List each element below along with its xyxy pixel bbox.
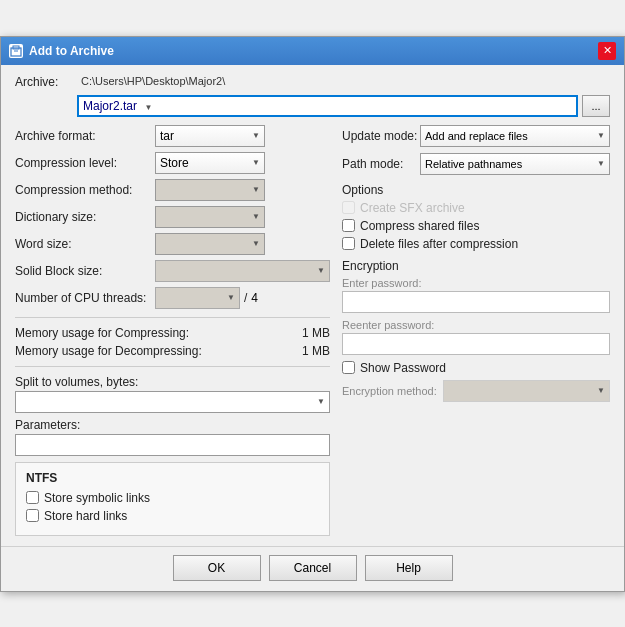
memory-compress-label: Memory usage for Compressing:: [15, 326, 290, 340]
params-label: Parameters:: [15, 418, 330, 432]
params-input[interactable]: [15, 434, 330, 456]
enter-password-input[interactable]: [342, 291, 610, 313]
path-mode-row: Path mode: Relative pathnames ▼: [342, 153, 610, 175]
divider-1: [15, 317, 330, 318]
cpu-threads-select[interactable]: ▼: [155, 287, 240, 309]
compression-level-label: Compression level:: [15, 156, 155, 170]
enc-method-select[interactable]: ▼: [443, 380, 610, 402]
main-content: Archive format: tar ▼ Compression level:…: [15, 125, 610, 536]
cancel-button[interactable]: Cancel: [269, 555, 357, 581]
solid-block-label: Solid Block size:: [15, 264, 155, 278]
dictionary-size-select[interactable]: ▼: [155, 206, 265, 228]
word-size-select[interactable]: ▼: [155, 233, 265, 255]
memory-compress-row: Memory usage for Compressing: 1 MB: [15, 326, 330, 340]
archive-filename-combo[interactable]: Major2.tar ▼: [77, 95, 578, 117]
memory-compress-value: 1 MB: [290, 326, 330, 340]
update-mode-select[interactable]: Add and replace files ▼: [420, 125, 610, 147]
encryption-method-row: Encryption method: ▼: [342, 380, 610, 402]
reenter-password-input[interactable]: [342, 333, 610, 355]
split-label: Split to volumes, bytes:: [15, 375, 330, 389]
path-mode-label: Path mode:: [342, 157, 420, 171]
store-symbolic-checkbox[interactable]: [26, 491, 39, 504]
store-symbolic-label: Store symbolic links: [44, 491, 150, 505]
solid-block-select[interactable]: ▼: [155, 260, 330, 282]
show-password-label: Show Password: [360, 361, 446, 375]
compression-method-row: Compression method: ▼: [15, 179, 330, 201]
options-section: Options Create SFX archive Compress shar…: [342, 183, 610, 251]
compress-shared-row: Compress shared files: [342, 219, 610, 233]
solid-block-row: Solid Block size: ▼: [15, 260, 330, 282]
store-hard-label: Store hard links: [44, 509, 127, 523]
archive-combo-arrow: ▼: [144, 103, 152, 112]
update-mode-arrow: ▼: [597, 131, 605, 140]
reenter-password-label: Reenter password:: [342, 319, 610, 331]
divider-2: [15, 366, 330, 367]
enc-method-arrow: ▼: [597, 386, 605, 395]
comp-level-arrow: ▼: [252, 158, 260, 167]
title-bar: Add to Archive ✕: [1, 37, 624, 65]
compression-method-select[interactable]: ▼: [155, 179, 265, 201]
format-arrow: ▼: [252, 131, 260, 140]
add-to-archive-dialog: Add to Archive ✕ Archive: C:\Users\HP\De…: [0, 36, 625, 592]
dialog-footer: OK Cancel Help: [1, 546, 624, 591]
compression-method-label: Compression method:: [15, 183, 155, 197]
options-title: Options: [342, 183, 610, 197]
update-mode-label: Update mode:: [342, 129, 420, 143]
archive-format-row: Archive format: tar ▼: [15, 125, 330, 147]
update-mode-row: Update mode: Add and replace files ▼: [342, 125, 610, 147]
memory-decompress-row: Memory usage for Decompressing: 1 MB: [15, 344, 330, 358]
params-section: Parameters:: [15, 418, 330, 456]
encryption-section: Encryption Enter password: Reenter passw…: [342, 259, 610, 402]
word-size-arrow: ▼: [252, 239, 260, 248]
dictionary-size-row: Dictionary size: ▼: [15, 206, 330, 228]
enter-password-label: Enter password:: [342, 277, 610, 289]
store-hard-checkbox[interactable]: [26, 509, 39, 522]
encryption-title: Encryption: [342, 259, 610, 273]
word-size-label: Word size:: [15, 237, 155, 251]
browse-button[interactable]: ...: [582, 95, 610, 117]
memory-decompress-value: 1 MB: [290, 344, 330, 358]
ntfs-title: NTFS: [26, 471, 319, 485]
dialog-title: Add to Archive: [29, 44, 114, 58]
dialog-icon: [9, 44, 23, 58]
path-mode-select[interactable]: Relative pathnames ▼: [420, 153, 610, 175]
help-button[interactable]: Help: [365, 555, 453, 581]
create-sfx-checkbox[interactable]: [342, 201, 355, 214]
solid-block-arrow: ▼: [317, 266, 325, 275]
cpu-arrow: ▼: [227, 293, 235, 302]
delete-after-row: Delete files after compression: [342, 237, 610, 251]
cpu-threads-row: Number of CPU threads: ▼ / 4: [15, 287, 330, 309]
archive-path-text: C:\Users\HP\Desktop\Major2\: [81, 75, 225, 87]
close-button[interactable]: ✕: [598, 42, 616, 60]
ok-button[interactable]: OK: [173, 555, 261, 581]
archive-input-row: Major2.tar ▼ ...: [77, 95, 610, 117]
cpu-slash: /: [244, 291, 247, 305]
delete-after-checkbox[interactable]: [342, 237, 355, 250]
compression-level-select[interactable]: Store ▼: [155, 152, 265, 174]
archive-label: Archive:: [15, 75, 73, 89]
word-size-row: Word size: ▼: [15, 233, 330, 255]
archive-format-label: Archive format:: [15, 129, 155, 143]
enc-method-label: Encryption method:: [342, 385, 437, 397]
store-symbolic-row: Store symbolic links: [26, 491, 319, 505]
archive-format-select[interactable]: tar ▼: [155, 125, 265, 147]
delete-after-label: Delete files after compression: [360, 237, 518, 251]
memory-decompress-label: Memory usage for Decompressing:: [15, 344, 290, 358]
create-sfx-label: Create SFX archive: [360, 201, 465, 215]
show-password-row: Show Password: [342, 361, 610, 375]
show-password-checkbox[interactable]: [342, 361, 355, 374]
split-combo[interactable]: ▼: [15, 391, 330, 413]
right-column: Update mode: Add and replace files ▼ Pat…: [342, 125, 610, 536]
compress-shared-label: Compress shared files: [360, 219, 479, 233]
ntfs-section: NTFS Store symbolic links Store hard lin…: [15, 462, 330, 536]
dict-size-arrow: ▼: [252, 212, 260, 221]
compress-shared-checkbox[interactable]: [342, 219, 355, 232]
cpu-max: 4: [251, 291, 258, 305]
split-volumes-row: Split to volumes, bytes: ▼: [15, 375, 330, 413]
dialog-body: Archive: C:\Users\HP\Desktop\Major2\ Maj…: [1, 65, 624, 546]
archive-path-row: Archive: C:\Users\HP\Desktop\Major2\: [15, 75, 610, 89]
compression-level-row: Compression level: Store ▼: [15, 152, 330, 174]
create-sfx-row: Create SFX archive: [342, 201, 610, 215]
cpu-threads-label: Number of CPU threads:: [15, 291, 155, 305]
split-arrow: ▼: [317, 397, 325, 406]
